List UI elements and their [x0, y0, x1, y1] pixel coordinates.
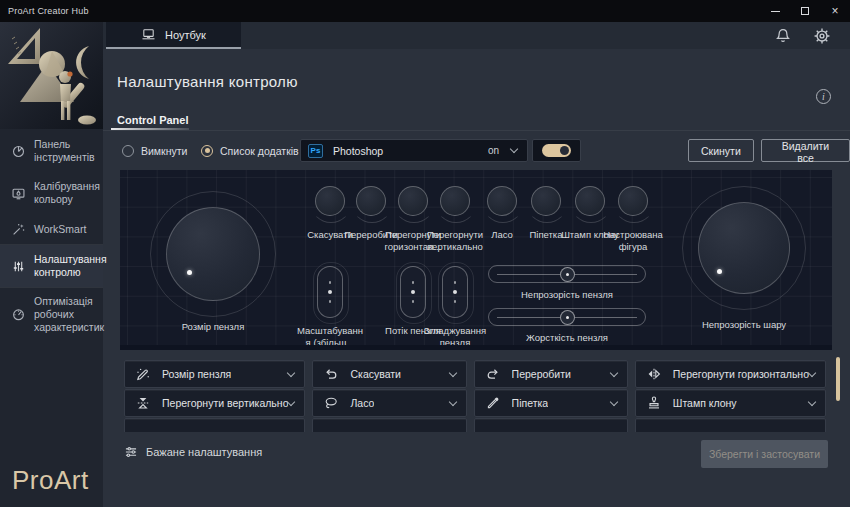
mapping-dropdown-lasso[interactable]: Ласо — [312, 389, 466, 417]
mapping-dropdown-label: Переробити — [512, 368, 571, 380]
slider-dot — [454, 300, 457, 303]
dial-button-knob[interactable] — [440, 186, 470, 216]
wand-icon — [11, 222, 26, 237]
vertical-slider-zoom: Масштабування (збільш... — [296, 266, 364, 350]
mapping-dropdown-label: Скасувати — [350, 368, 401, 380]
preferred-settings[interactable]: Бажане налаштування — [124, 445, 262, 459]
app-select-dropdown[interactable]: Ps Photoshop on — [300, 139, 528, 162]
lasso-icon — [323, 395, 339, 411]
mapping-dropdown-clipped[interactable] — [124, 418, 305, 432]
tab-control-panel[interactable]: Control Panel — [117, 114, 189, 126]
notifications-button[interactable] — [774, 27, 792, 45]
panel-horizontal-scrollbar[interactable] — [120, 345, 832, 350]
tab-laptop[interactable]: Ноутбук — [106, 22, 241, 49]
vertical-slider-capsule[interactable] — [442, 266, 468, 318]
chevron-down-icon — [610, 397, 618, 405]
minimize-button[interactable] — [760, 0, 790, 22]
radio-app-list[interactable]: Список додатків — [201, 139, 299, 162]
proart-creator-hub-window: ProArt Creator Hub × — [0, 0, 850, 507]
mapping-dropdown-label: Розмір пензля — [162, 368, 231, 380]
mapping-dropdown-label: Ласо — [350, 397, 374, 409]
sidebar-item-dashboard[interactable]: Панель інструментів — [0, 130, 103, 172]
minimize-icon — [771, 11, 780, 12]
slider-knob[interactable] — [560, 310, 575, 325]
settings-button[interactable] — [813, 27, 831, 45]
sidebar-menu: Панель інструментів Калібрування кольору… — [0, 130, 103, 342]
slider-dot — [329, 300, 332, 303]
undo-icon — [323, 366, 339, 382]
left-dial-indicator-dot — [187, 270, 192, 275]
preference-sliders-icon — [124, 445, 138, 459]
chevron-down-icon — [448, 368, 456, 376]
left-dial-knob[interactable] — [166, 207, 260, 301]
grid-scrollbar-thumb[interactable] — [836, 357, 840, 401]
redo-icon — [485, 366, 501, 382]
slider-dot — [454, 281, 457, 284]
slider-track[interactable] — [488, 265, 646, 283]
dial-button-label: Настроювана фігура — [598, 229, 668, 254]
sidebar-item-color-calibration[interactable]: Калібрування кольору — [0, 172, 103, 214]
sidebar-item-worksmart[interactable]: WorkSmart — [0, 214, 103, 245]
dial-button-knob[interactable] — [618, 186, 648, 216]
slider-knob[interactable] — [560, 267, 575, 282]
slider-dot — [328, 290, 333, 295]
mapping-dropdown-undo[interactable]: Скасувати — [312, 360, 466, 388]
mapping-dropdown-clipped[interactable] — [635, 418, 826, 432]
left-dial-label: Розмір пензля — [133, 321, 293, 333]
mapping-dropdown-clipped[interactable] — [312, 418, 466, 432]
abstract-art-image — [0, 22, 103, 129]
slider-dot — [412, 300, 415, 303]
tab-laptop-label: Ноутбук — [165, 29, 206, 41]
chevron-down-icon — [287, 368, 295, 376]
radio-disable-circle[interactable] — [122, 145, 134, 157]
save-apply-button[interactable]: Зберегти і застосувати — [701, 440, 828, 468]
sidebar-item-performance[interactable]: Оптимізація робочих характеристик — [0, 287, 103, 342]
laptop-icon — [141, 27, 156, 42]
sidebar-item-label: Калібрування кольору — [34, 180, 100, 206]
mapping-dropdown-clone-stamp[interactable]: Штамп клону — [635, 389, 826, 417]
mapping-dropdown-label: Перегорнути горизонтально — [673, 368, 809, 380]
maximize-button[interactable] — [790, 0, 820, 22]
mapping-dropdown-redo[interactable]: Переробити — [474, 360, 628, 388]
vertical-slider-capsule[interactable] — [317, 266, 343, 318]
radio-disable[interactable]: Вимкнути — [122, 139, 187, 162]
dial-preview-panel: Розмір пензля Непрозорість шару Скасуват… — [120, 170, 832, 350]
mapping-dropdown-flip-horizontal[interactable]: Перегорнути горизонтально — [635, 360, 826, 388]
slider-dot — [453, 290, 458, 295]
radio-app-list-label: Список додатків — [220, 145, 299, 157]
mapping-dropdown-eyedropper[interactable]: Піпетка — [474, 389, 628, 417]
chevron-down-icon — [287, 397, 295, 405]
mapping-dropdown-label: Перегорнути вертикально — [162, 397, 288, 409]
info-icon[interactable]: i — [816, 89, 831, 104]
chevron-down-icon — [808, 368, 816, 376]
mapping-dropdown-clipped[interactable] — [474, 418, 628, 432]
page-title: Налаштування контролю — [117, 73, 298, 90]
mapping-dropdown-brush-size[interactable]: Розмір пензля — [124, 360, 305, 388]
sidebar: Панель інструментів Калібрування кольору… — [0, 22, 103, 507]
gear-icon — [813, 27, 831, 45]
dashboard-icon — [11, 144, 26, 159]
close-button[interactable]: × — [820, 0, 850, 22]
right-dial-indicator-dot — [717, 269, 722, 274]
window-controls: × — [760, 0, 850, 22]
radio-disable-label: Вимкнути — [141, 145, 187, 157]
app-toggle[interactable] — [532, 139, 581, 162]
bell-icon — [774, 27, 792, 45]
right-dial-knob[interactable] — [698, 202, 790, 294]
mapping-dropdown-label: Піпетка — [512, 397, 549, 409]
delete-all-button[interactable]: Видалити все — [761, 139, 850, 162]
slider-track[interactable] — [488, 308, 646, 326]
toggle-on-switch[interactable] — [542, 144, 571, 157]
chevron-down-icon — [610, 368, 618, 376]
sidebar-item-label: Оптимізація робочих характеристик — [34, 295, 104, 334]
horizontal-slider-brush-hardness: Жорсткість пензля — [488, 308, 646, 343]
photoshop-icon: Ps — [308, 144, 323, 158]
sidebar-item-control-settings[interactable]: Налаштування контролю — [0, 245, 103, 287]
radio-app-list-circle[interactable] — [201, 145, 213, 157]
function-mapping-grid: Розмір пензля Скасувати Переробити Перег… — [124, 360, 826, 432]
titlebar: ProArt Creator Hub × — [0, 0, 850, 22]
mapping-dropdown-flip-vertical[interactable]: Перегорнути вертикально — [124, 389, 305, 417]
vertical-slider-smoothing: Згладжування пензля — [421, 266, 489, 350]
reset-button[interactable]: Скинути — [688, 139, 754, 162]
slider-dot — [412, 281, 415, 284]
